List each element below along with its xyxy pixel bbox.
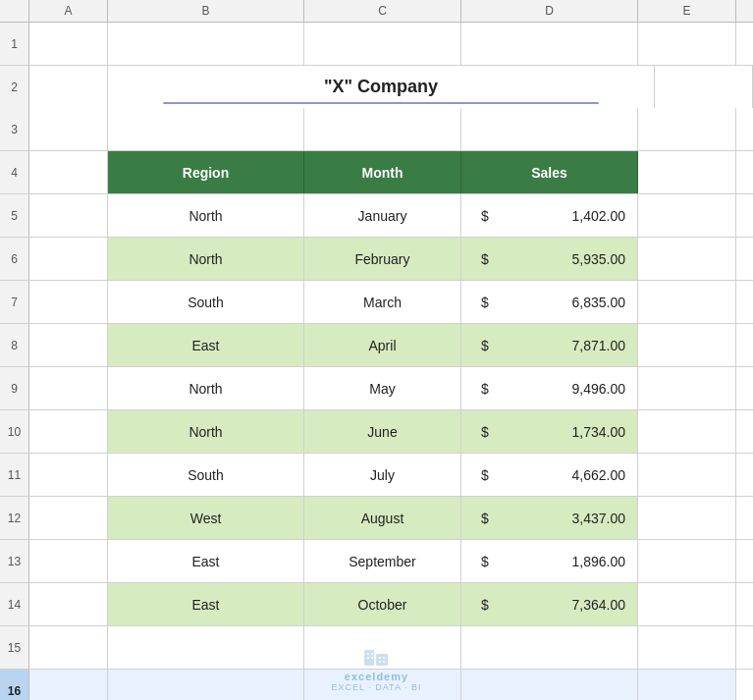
cell-a8[interactable] xyxy=(29,324,108,366)
cell-e7[interactable] xyxy=(638,281,736,323)
cell-e16[interactable] xyxy=(638,670,736,700)
cell-e10[interactable] xyxy=(638,410,736,453)
cell-a1[interactable] xyxy=(29,23,108,65)
cell-sales-7[interactable]: $ 6,835.00 xyxy=(461,281,638,323)
cell-month-11[interactable]: July xyxy=(304,454,461,496)
cell-sales-9[interactable]: $ 9,496.00 xyxy=(461,367,638,409)
dollar-sign-11: $ xyxy=(481,467,489,483)
cell-b3[interactable] xyxy=(108,108,304,150)
sales-amount-12: 3,437.00 xyxy=(497,511,625,526)
cell-sales-13[interactable]: $ 1,896.00 xyxy=(461,540,638,582)
cell-region-12[interactable]: West xyxy=(108,497,304,539)
cell-month-13[interactable]: September xyxy=(304,540,461,582)
cell-sales-12[interactable]: $ 3,437.00 xyxy=(461,497,638,539)
cell-e8[interactable] xyxy=(638,324,736,366)
cell-b15[interactable] xyxy=(108,626,304,669)
sales-amount-14: 7,364.00 xyxy=(497,597,625,613)
cell-month-12[interactable]: August xyxy=(304,497,461,539)
cell-e14[interactable] xyxy=(638,583,736,625)
cell-d1[interactable] xyxy=(461,23,638,65)
watermark-text-line2: EXCEL · DATA · BI xyxy=(332,682,422,692)
title-cell: "X" Company xyxy=(108,66,655,108)
cell-a10[interactable] xyxy=(29,410,108,453)
cell-a7[interactable] xyxy=(29,281,108,323)
cell-e4[interactable] xyxy=(638,151,736,193)
row-num-7: 7 xyxy=(0,281,29,323)
row-num-12: 12 xyxy=(0,497,29,539)
cell-region-14[interactable]: East xyxy=(108,583,304,625)
cell-a16[interactable] xyxy=(29,670,108,700)
row-num-16: 16 xyxy=(0,670,29,700)
cell-e9[interactable] xyxy=(638,367,736,409)
header-sales: Sales xyxy=(461,151,638,193)
cell-c3[interactable] xyxy=(304,108,461,150)
cell-month-6[interactable]: February xyxy=(304,238,461,280)
cell-a4[interactable] xyxy=(29,151,108,193)
cell-region-8[interactable]: East xyxy=(108,324,304,366)
cell-a15[interactable] xyxy=(29,626,108,669)
cell-month-9[interactable]: May xyxy=(304,367,461,409)
cell-a6[interactable] xyxy=(29,238,108,280)
cell-e12[interactable] xyxy=(638,497,736,539)
cell-a14[interactable] xyxy=(29,583,108,625)
cell-d3[interactable] xyxy=(461,108,638,150)
svg-rect-7 xyxy=(383,657,385,659)
cell-e15[interactable] xyxy=(638,626,736,669)
watermark: exceldemy EXCEL · DATA · BI xyxy=(332,646,422,692)
cell-a12[interactable] xyxy=(29,497,108,539)
cell-region-13[interactable]: East xyxy=(108,540,304,582)
row-num-6: 6 xyxy=(0,238,29,280)
cell-c1[interactable] xyxy=(304,23,461,65)
cell-a13[interactable] xyxy=(29,540,108,582)
cell-d16[interactable] xyxy=(461,670,638,700)
cell-d15[interactable] xyxy=(461,626,638,669)
cell-region-5[interactable]: North xyxy=(108,194,304,237)
cell-a5[interactable] xyxy=(29,194,108,237)
cell-sales-11[interactable]: $ 4,662.00 xyxy=(461,454,638,496)
cell-month-7[interactable]: March xyxy=(304,281,461,323)
sales-amount-5: 1,402.00 xyxy=(497,208,625,224)
sheet-row-3: 3 xyxy=(0,108,753,151)
row-num-14: 14 xyxy=(0,583,29,625)
cell-region-6[interactable]: North xyxy=(108,238,304,280)
cell-sales-6[interactable]: $ 5,935.00 xyxy=(461,238,638,280)
dollar-sign-6: $ xyxy=(481,251,489,267)
cell-e3[interactable] xyxy=(638,108,736,150)
cell-month-5[interactable]: January xyxy=(304,194,461,237)
cell-b1[interactable] xyxy=(108,23,304,65)
row-num-4: 4 xyxy=(0,151,29,193)
col-header-a: A xyxy=(29,0,108,22)
cell-e5[interactable] xyxy=(638,194,736,237)
cell-e11[interactable] xyxy=(638,454,736,496)
cell-e2[interactable] xyxy=(655,66,753,108)
watermark-icon xyxy=(362,646,390,671)
cell-e6[interactable] xyxy=(638,238,736,280)
cell-sales-14[interactable]: $ 7,364.00 xyxy=(461,583,638,625)
svg-rect-4 xyxy=(367,657,369,659)
cell-sales-8[interactable]: $ 7,871.00 xyxy=(461,324,638,366)
svg-rect-3 xyxy=(371,653,373,655)
cell-a11[interactable] xyxy=(29,454,108,496)
sheet-body: 1 2 "X" Company 3 4 xyxy=(0,23,753,700)
row-num-2: 2 xyxy=(0,66,29,108)
cell-e1[interactable] xyxy=(638,23,736,65)
sales-amount-10: 1,734.00 xyxy=(497,424,625,440)
cell-region-9[interactable]: North xyxy=(108,367,304,409)
cell-month-10[interactable]: June xyxy=(304,410,461,453)
sheet-row-10: 10 North June $ 1,734.00 xyxy=(0,410,753,454)
cell-a9[interactable] xyxy=(29,367,108,409)
cell-region-11[interactable]: South xyxy=(108,454,304,496)
cell-month-14[interactable]: October xyxy=(304,583,461,625)
cell-a2[interactable] xyxy=(29,66,108,108)
sheet-row-7: 7 South March $ 6,835.00 xyxy=(0,281,753,324)
cell-sales-5[interactable]: $ 1,402.00 xyxy=(461,194,638,237)
cell-sales-10[interactable]: $ 1,734.00 xyxy=(461,410,638,453)
cell-region-10[interactable]: North xyxy=(108,410,304,453)
cell-b16[interactable] xyxy=(108,670,304,700)
cell-a3[interactable] xyxy=(29,108,108,150)
sales-amount-7: 6,835.00 xyxy=(497,295,625,310)
cell-region-7[interactable]: South xyxy=(108,281,304,323)
cell-month-8[interactable]: April xyxy=(304,324,461,366)
sheet-row-2: 2 "X" Company xyxy=(0,66,753,108)
cell-e13[interactable] xyxy=(638,540,736,582)
